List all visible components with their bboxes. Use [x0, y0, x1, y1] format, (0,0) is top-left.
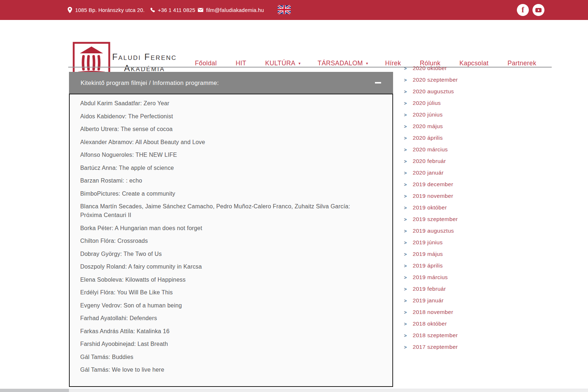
archive-link[interactable]: > 2019 november [404, 190, 552, 202]
archive-link-label: 2019 augusztus [413, 228, 454, 234]
archive-link-label: 2018 november [413, 309, 453, 315]
archive-link-label: 2020 szeptember [413, 77, 458, 83]
nav-item-label: Hírek [385, 60, 401, 67]
archive-link[interactable]: > 2018 november [404, 306, 552, 318]
archive-link[interactable]: > 2019 március [404, 271, 552, 283]
archive-link-label: 2019 november [413, 193, 453, 199]
film-item: Chilton Flóra: Crossroads [80, 237, 369, 245]
chevron-right-icon: > [404, 124, 413, 129]
archive-link[interactable]: > 2019 augusztus [404, 225, 552, 237]
archive-link[interactable]: > 2019 február [404, 283, 552, 295]
archive-link[interactable]: > 2019 október [404, 202, 552, 213]
archive-link-label: 2017 szeptember [413, 344, 458, 350]
archive-link-label: 2020 október [413, 65, 447, 72]
archive-link[interactable]: > 2019 április [404, 260, 552, 271]
horizontal-scrollbar-thumb[interactable] [0, 389, 69, 392]
chevron-right-icon: > [404, 66, 413, 71]
chevron-right-icon: > [404, 113, 413, 117]
nav-item-label: KULTÚRA [265, 60, 295, 67]
envelope-icon [198, 8, 203, 12]
archive-link-label: 2019 október [413, 204, 447, 211]
phone-item[interactable]: +36 1 411 0825 [150, 0, 195, 20]
address-text: 1085 Bp. Horánszky utca 20. [75, 7, 145, 13]
chevron-right-icon: > [404, 136, 413, 140]
chevron-right-icon: > [404, 147, 413, 152]
chevron-down-icon: ▼ [366, 62, 369, 65]
film-item: Alfonso Nogueroles: THE NEW LIFE [80, 151, 369, 159]
chevron-right-icon: > [404, 159, 413, 164]
chevron-right-icon: > [404, 78, 413, 82]
archive-link-label: 2020 június [413, 111, 443, 118]
chevron-right-icon: > [404, 322, 413, 326]
archive-link-label: 2020 augusztus [413, 88, 454, 95]
archive-link-label: 2019 május [413, 251, 443, 257]
uk-flag-icon[interactable] [278, 5, 291, 14]
archive-link[interactable]: > 2018 október [404, 318, 552, 330]
accordion-title: Kitekintő program filmjei / Information … [81, 79, 219, 86]
film-item: Blanca Martín Secades, Jaime Sánchez Cam… [80, 202, 369, 220]
archive-link-label: 2020 január [413, 170, 444, 176]
film-item: Barzan Rostami: : echo [80, 176, 369, 185]
archive-link-label: 2019 június [413, 239, 443, 246]
film-item: Erdélyi Flóra: You Will Be Like This [80, 288, 369, 297]
phone-icon [150, 8, 155, 13]
archive-link[interactable]: > 2018 szeptember [404, 330, 552, 341]
nav-item[interactable]: KULTÚRA ▼ [265, 60, 302, 67]
facebook-icon[interactable]: f [517, 4, 529, 16]
location-pin-icon [68, 7, 72, 13]
archive-link[interactable]: > 2019 szeptember [404, 213, 552, 225]
nav-item[interactable]: Hírek [385, 60, 404, 67]
archive-link[interactable]: > 2020 június [404, 109, 552, 121]
nav-item[interactable]: Főoldal [195, 60, 219, 67]
archive-link[interactable]: > 2020 október [404, 62, 552, 74]
chevron-right-icon: > [404, 89, 413, 94]
archive-link-label: 2020 március [413, 146, 448, 153]
horizontal-scrollbar-track[interactable] [0, 389, 588, 392]
chevron-right-icon: > [404, 182, 413, 187]
collapse-minus-icon[interactable] [375, 82, 381, 83]
accordion-header[interactable]: Kitekintő program filmjei / Information … [69, 72, 393, 94]
nav-item[interactable]: TÁRSADALOM ▼ [318, 60, 369, 67]
archive-link[interactable]: > 2019 december [404, 179, 552, 190]
archive-link[interactable]: > 2020 augusztus [404, 86, 552, 97]
chevron-right-icon: > [404, 345, 413, 350]
film-list-box: Abdul Karim Saadatfar: Zero Year Aidos K… [69, 94, 393, 387]
film-item: Farkas András Attila: Katalinka 16 [80, 327, 369, 336]
archive-link[interactable]: > 2017 szeptember [404, 341, 552, 353]
archive-link[interactable]: > 2019 június [404, 237, 552, 248]
archive-link[interactable]: > 2019 január [404, 295, 552, 306]
archive-link[interactable]: > 2020 július [404, 97, 552, 109]
chevron-right-icon: > [404, 194, 413, 199]
film-item: Abdul Karim Saadatfar: Zero Year [80, 99, 369, 108]
film-item: Gál Tamás: We love to live here [80, 366, 369, 374]
top-contact-bar: 1085 Bp. Horánszky utca 20. +36 1 411 08… [0, 0, 588, 20]
archive-link-label: 2019 április [413, 262, 443, 269]
nav-item-label: Főoldal [195, 60, 217, 67]
archive-link-label: 2018 október [413, 320, 447, 327]
archive-link[interactable]: > 2020 január [404, 167, 552, 179]
film-item: Aidos Kabidenov: The Perfectionist [80, 112, 369, 121]
archive-link-label: 2019 szeptember [413, 216, 458, 222]
archive-link[interactable]: > 2020 február [404, 155, 552, 167]
film-item: Alexander Abramov: All About Beauty and … [80, 138, 369, 147]
film-item: Farhad Ayatollahi: Defenders [80, 314, 369, 323]
archive-link-label: 2019 március [413, 274, 448, 281]
nav-item-label: TÁRSADALOM [318, 60, 363, 67]
film-item: Farshid Ayoobinejad: Last Breath [80, 340, 369, 348]
archive-link[interactable]: > 2019 május [404, 248, 552, 260]
film-item: Elena Soboleva: Kilowatts of Happiness [80, 275, 369, 284]
archive-link[interactable]: > 2020 március [404, 144, 552, 155]
archive-link[interactable]: > 2020 április [404, 132, 552, 144]
nav-item[interactable]: HIT [236, 60, 249, 67]
chevron-right-icon: > [404, 275, 413, 280]
youtube-icon[interactable] [532, 4, 544, 16]
archive-link-label: 2020 április [413, 135, 443, 141]
nav-item-label: HIT [236, 60, 246, 67]
archive-link[interactable]: > 2020 szeptember [404, 74, 552, 86]
film-item: Bartúcz Anna: The apple of science [80, 164, 369, 172]
chevron-right-icon: > [404, 298, 413, 303]
email-item[interactable]: film@faludiakademia.hu [198, 0, 264, 20]
archive-link[interactable]: > 2020 május [404, 121, 552, 132]
address-item: 1085 Bp. Horánszky utca 20. [68, 0, 145, 20]
chevron-right-icon: > [404, 287, 413, 291]
